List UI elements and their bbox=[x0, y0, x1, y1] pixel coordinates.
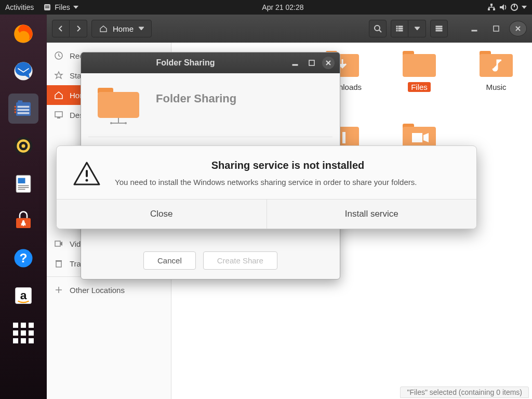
window-maximize-button[interactable] bbox=[487, 20, 505, 37]
chevron-down-icon bbox=[522, 5, 527, 10]
home-icon bbox=[54, 90, 63, 100]
svg-rect-2 bbox=[45, 7, 49, 8]
svg-marker-3 bbox=[73, 6, 78, 9]
search-button[interactable] bbox=[369, 20, 387, 37]
svg-rect-39 bbox=[398, 26, 403, 27]
warning-icon bbox=[72, 159, 101, 189]
nav-back-button[interactable] bbox=[52, 20, 70, 37]
close-icon bbox=[325, 60, 331, 66]
status-text: "Files" selected (containing 0 items) bbox=[407, 388, 522, 396]
svg-rect-1 bbox=[45, 6, 49, 7]
svg-marker-44 bbox=[415, 27, 420, 30]
maximize-icon bbox=[493, 25, 500, 32]
hamburger-icon bbox=[435, 24, 443, 33]
dock-libreoffice-writer[interactable] bbox=[8, 168, 38, 198]
svg-rect-45 bbox=[436, 26, 442, 27]
dialog-minimize-button[interactable] bbox=[289, 57, 301, 69]
svg-rect-24 bbox=[16, 175, 31, 192]
top-bar: Activities Files Apr 21 02:28 bbox=[0, 0, 532, 15]
window-minimize-button[interactable] bbox=[466, 20, 483, 37]
search-icon bbox=[374, 24, 382, 33]
svg-rect-41 bbox=[398, 28, 403, 29]
svg-rect-60 bbox=[403, 54, 436, 77]
files-headerbar: Home bbox=[47, 15, 532, 43]
folder-files[interactable]: Files bbox=[397, 48, 442, 92]
svg-text:A: A bbox=[21, 219, 26, 227]
dock-software[interactable]: A bbox=[8, 206, 38, 236]
svg-rect-72 bbox=[309, 60, 314, 65]
trash-icon bbox=[54, 259, 63, 268]
svg-point-78 bbox=[86, 179, 88, 182]
svg-rect-28 bbox=[18, 189, 25, 190]
dialog-maximize-button[interactable] bbox=[305, 57, 318, 69]
launcher-dock: A ? a bbox=[0, 15, 47, 399]
path-bar[interactable]: Home bbox=[91, 20, 152, 37]
menu-button[interactable] bbox=[430, 20, 448, 37]
svg-rect-51 bbox=[55, 112, 62, 117]
cancel-button[interactable]: Cancel bbox=[143, 251, 196, 270]
close-icon bbox=[515, 25, 521, 32]
activities-button[interactable]: Activities bbox=[5, 3, 34, 11]
folder-label: Music bbox=[483, 82, 509, 92]
view-dropdown-button[interactable] bbox=[408, 20, 426, 37]
svg-rect-43 bbox=[398, 30, 403, 31]
star-icon bbox=[54, 71, 63, 80]
dock-rhythmbox[interactable] bbox=[8, 131, 38, 161]
install-service-alert: Sharing service is not installed You nee… bbox=[56, 145, 477, 229]
svg-point-75 bbox=[110, 122, 112, 124]
view-list-button[interactable] bbox=[391, 20, 408, 37]
sidebar-item-other-locations[interactable]: Other Locations bbox=[47, 280, 171, 300]
svg-rect-6 bbox=[493, 8, 495, 10]
app-menu[interactable]: Files bbox=[43, 3, 78, 11]
svg-rect-17 bbox=[18, 112, 30, 114]
svg-rect-5 bbox=[488, 8, 490, 10]
svg-rect-48 bbox=[472, 30, 477, 31]
folder-icon bbox=[401, 48, 438, 79]
dock-firefox[interactable] bbox=[8, 19, 38, 49]
chevron-down-icon bbox=[415, 26, 420, 31]
chevron-down-icon bbox=[73, 5, 78, 10]
dialog-title: Folder Sharing bbox=[86, 58, 285, 68]
system-tray[interactable] bbox=[487, 3, 527, 11]
svg-rect-38 bbox=[396, 26, 397, 27]
svg-point-37 bbox=[375, 25, 380, 31]
status-bar: "Files" selected (containing 0 items) bbox=[400, 387, 529, 398]
svg-rect-69 bbox=[412, 133, 422, 142]
svg-marker-10 bbox=[522, 6, 527, 9]
video-icon bbox=[54, 239, 63, 248]
maximize-icon bbox=[309, 60, 315, 66]
files-menu-icon bbox=[43, 3, 51, 11]
alert-close-button[interactable]: Close bbox=[57, 200, 267, 229]
svg-rect-14 bbox=[18, 100, 23, 103]
dock-show-apps[interactable] bbox=[8, 318, 38, 348]
dialog-titlebar[interactable]: Folder Sharing bbox=[81, 52, 340, 73]
svg-point-76 bbox=[125, 122, 127, 124]
minimize-icon bbox=[471, 25, 478, 32]
app-menu-label: Files bbox=[55, 3, 70, 11]
svg-point-23 bbox=[22, 144, 25, 148]
clock[interactable]: Apr 21 02:28 bbox=[262, 3, 303, 11]
alert-title: Sharing service is not installed bbox=[115, 159, 461, 171]
svg-rect-66 bbox=[342, 132, 345, 143]
alert-message: You need to install the Windows networks… bbox=[115, 177, 461, 188]
svg-rect-55 bbox=[56, 261, 61, 267]
dialog-close-button[interactable] bbox=[322, 57, 335, 69]
create-share-button[interactable]: Create Share bbox=[203, 251, 277, 270]
svg-point-18 bbox=[15, 106, 17, 108]
nav-forward-button[interactable] bbox=[70, 20, 87, 37]
folder-music[interactable]: Music bbox=[474, 48, 518, 92]
minimize-icon bbox=[292, 60, 298, 66]
dock-help[interactable]: ? bbox=[8, 243, 38, 273]
dock-thunderbird[interactable] bbox=[8, 56, 38, 86]
window-close-button[interactable] bbox=[509, 21, 527, 36]
svg-rect-52 bbox=[57, 117, 60, 118]
dock-files[interactable] bbox=[8, 94, 38, 124]
svg-rect-56 bbox=[56, 260, 62, 261]
alert-install-button[interactable]: Install service bbox=[267, 200, 477, 229]
dialog-heading: Folder Sharing bbox=[156, 92, 236, 105]
svg-rect-26 bbox=[18, 185, 29, 187]
svg-rect-27 bbox=[18, 187, 29, 188]
dock-amazon[interactable]: a bbox=[8, 281, 38, 311]
svg-rect-16 bbox=[18, 109, 30, 111]
sidebar-item-label: Other Locations bbox=[70, 286, 125, 295]
